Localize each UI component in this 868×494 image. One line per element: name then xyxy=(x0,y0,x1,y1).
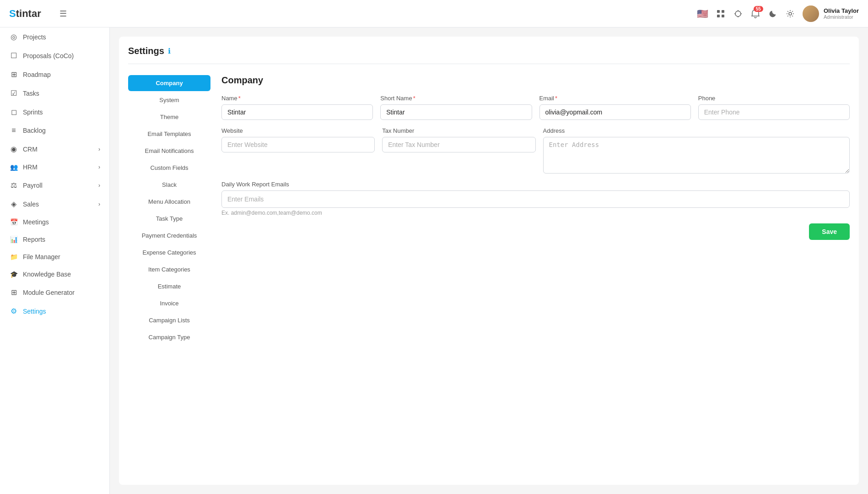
settings-header: Settings ℹ xyxy=(128,46,850,64)
sidebar-item-roadmap[interactable]: ⊞ Roadmap xyxy=(0,65,109,84)
short-name-required: * xyxy=(413,95,415,102)
sidebar-item-label: Settings xyxy=(23,308,100,315)
sidebar-item-file-manager[interactable]: 📁 File Manager xyxy=(0,248,109,266)
sidebar-item-label: Knowledge Base xyxy=(23,271,100,278)
sidebar-item-projects[interactable]: ◎ Projects xyxy=(0,27,109,46)
daily-work-hint: Ex. admin@demo.com,team@demo.com xyxy=(221,210,850,216)
settings-nav-theme[interactable]: Theme xyxy=(128,109,210,125)
daily-email-group: Daily Work Report Emails Ex. admin@demo.… xyxy=(221,181,850,216)
settings-nav-campaign-type[interactable]: Campaign Type xyxy=(128,329,210,345)
sidebar-item-label: Proposals (CoCo) xyxy=(23,52,100,60)
sidebar-item-knowledge-base[interactable]: 🎓 Knowledge Base xyxy=(0,266,109,283)
svg-point-9 xyxy=(789,12,792,15)
header-left: Stintar ☰ xyxy=(9,8,67,20)
email-required: * xyxy=(555,95,557,102)
daily-work-email-input[interactable] xyxy=(221,190,850,208)
settings-icon: ⚙ xyxy=(9,307,18,315)
meetings-icon: 📅 xyxy=(9,218,18,226)
phone-label: Phone xyxy=(698,95,850,102)
sidebar-item-label: Projects xyxy=(23,33,100,41)
sales-icon: ◈ xyxy=(9,200,18,208)
dark-mode-icon[interactable] xyxy=(768,9,778,19)
info-icon: ℹ xyxy=(168,47,171,55)
settings-nav-item-categories[interactable]: Item Categories xyxy=(128,261,210,277)
notification-badge: 55 xyxy=(754,6,763,12)
user-name: Olivia Taylor xyxy=(824,7,859,14)
settings-nav-custom-fields[interactable]: Custom Fields xyxy=(128,160,210,176)
short-name-input[interactable] xyxy=(380,104,532,120)
crm-icon: ◉ xyxy=(9,145,18,153)
settings-nav-campaign-lists[interactable]: Campaign Lists xyxy=(128,312,210,328)
crosshair-icon[interactable] xyxy=(733,9,743,19)
sidebar-item-label: CRM xyxy=(23,146,94,153)
sidebar-item-meetings[interactable]: 📅 Meetings xyxy=(0,213,109,231)
settings-nav-menu-allocation[interactable]: Menu Allocation xyxy=(128,194,210,210)
sidebar-item-sprints[interactable]: ◻ Sprints xyxy=(0,103,109,121)
save-button[interactable]: Save xyxy=(809,223,850,240)
settings-nav-email-notifications[interactable]: Email Notifications xyxy=(128,143,210,159)
form-group-website: Website xyxy=(221,127,375,174)
address-textarea[interactable] xyxy=(543,137,850,174)
header-right: 🇺🇸 55 Olivia Taylor Administrator xyxy=(697,5,859,22)
settings-content: Company Name* Short Name* xyxy=(221,75,850,346)
sidebar-item-reports[interactable]: 📊 Reports xyxy=(0,231,109,248)
backlog-icon: ≡ xyxy=(9,126,18,135)
knowledge-base-icon: 🎓 xyxy=(9,271,18,278)
payroll-icon: ⚖ xyxy=(9,181,18,190)
user-info[interactable]: Olivia Taylor Administrator xyxy=(803,5,859,22)
settings-nav-payment-credentials[interactable]: Payment Credentials xyxy=(128,228,210,244)
sidebar-item-backlog[interactable]: ≡ Backlog xyxy=(0,121,109,140)
settings-gear-icon[interactable] xyxy=(785,9,795,19)
sidebar-item-module-generator[interactable]: ⊞ Module Generator xyxy=(0,283,109,302)
sidebar-item-payroll[interactable]: ⚖ Payroll › xyxy=(0,176,109,195)
form-group-address: Address xyxy=(543,127,850,174)
hrm-icon: 👥 xyxy=(9,163,18,171)
sidebar-item-tasks[interactable]: ☑ Tasks xyxy=(0,84,109,103)
sidebar-item-sales[interactable]: ◈ Sales › xyxy=(0,195,109,213)
notification-wrapper[interactable]: 55 xyxy=(750,9,760,19)
reports-icon: 📊 xyxy=(9,236,18,243)
settings-nav-expense-categories[interactable]: Expense Categories xyxy=(128,244,210,261)
sidebar-item-settings[interactable]: ⚙ Settings xyxy=(0,302,109,320)
sidebar-item-label: Payroll xyxy=(23,182,94,189)
svg-rect-2 xyxy=(717,15,720,17)
svg-rect-3 xyxy=(722,15,724,17)
svg-rect-0 xyxy=(717,10,720,13)
sales-arrow-icon: › xyxy=(98,201,100,207)
sidebar-item-label: Sales xyxy=(23,201,94,208)
grid-icon[interactable] xyxy=(716,9,726,19)
sidebar-item-label: File Manager xyxy=(23,253,100,261)
form-group-email: Email* xyxy=(539,95,691,120)
sidebar-item-label: Sprints xyxy=(23,109,100,116)
sidebar-item-hrm[interactable]: 👥 HRM › xyxy=(0,158,109,176)
avatar xyxy=(803,5,819,22)
sidebar-item-proposals[interactable]: ☐ Proposals (CoCo) xyxy=(0,46,109,65)
roadmap-icon: ⊞ xyxy=(9,70,18,79)
logo: Stintar xyxy=(9,8,41,20)
daily-work-label: Daily Work Report Emails xyxy=(221,181,850,188)
website-input[interactable] xyxy=(221,137,375,152)
tax-number-label: Tax Number xyxy=(382,127,535,134)
sidebar-item-crm[interactable]: ◉ CRM › xyxy=(0,140,109,158)
sidebar: ◎ Projects ☐ Proposals (CoCo) ⊞ Roadmap … xyxy=(0,27,110,494)
settings-nav-system[interactable]: System xyxy=(128,92,210,108)
email-input[interactable] xyxy=(539,104,691,120)
settings-nav-task-type[interactable]: Task Type xyxy=(128,211,210,227)
file-manager-icon: 📁 xyxy=(9,253,18,261)
hamburger-button[interactable]: ☰ xyxy=(59,9,67,19)
sidebar-item-label: Roadmap xyxy=(23,71,100,78)
form-row-2: Website Tax Number Address xyxy=(221,127,850,174)
settings-nav-estimate[interactable]: Estimate xyxy=(128,278,210,294)
tax-number-input[interactable] xyxy=(382,137,535,152)
settings-nav-company[interactable]: Company xyxy=(128,75,210,91)
name-input[interactable] xyxy=(221,104,373,120)
page-wrapper: Settings ℹ Company System Theme Email Te… xyxy=(119,37,859,485)
settings-nav-slack[interactable]: Slack xyxy=(128,177,210,193)
crm-arrow-icon: › xyxy=(98,146,100,152)
settings-nav-email-templates[interactable]: Email Templates xyxy=(128,126,210,142)
sprints-icon: ◻ xyxy=(9,108,18,116)
settings-nav-invoice[interactable]: Invoice xyxy=(128,295,210,311)
phone-input[interactable] xyxy=(698,104,850,120)
sidebar-item-label: Backlog xyxy=(23,127,100,134)
settings-layout: Company System Theme Email Templates Ema… xyxy=(128,75,850,346)
